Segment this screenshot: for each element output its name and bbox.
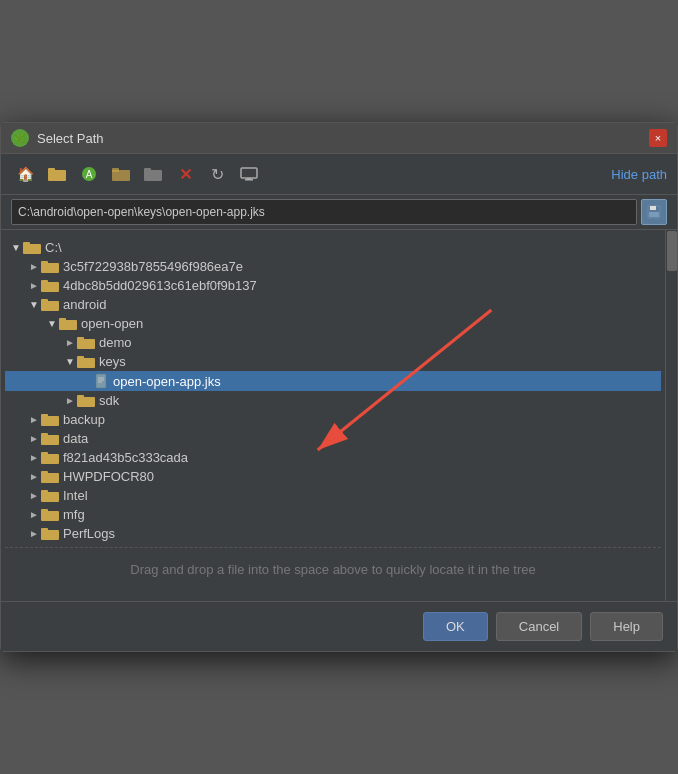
arrow-folder-data: ► <box>27 433 41 444</box>
label-folder-sdk: sdk <box>99 393 119 408</box>
bottom-bar: OK Cancel Help <box>1 601 677 651</box>
toolbar-buttons: 🏠 A <box>11 160 263 188</box>
svg-rect-8 <box>241 168 257 178</box>
tree-area[interactable]: ▼ C:\► 3c5f722938b7855496f986ea7e► 4dbc8… <box>1 230 665 601</box>
tree-item-folder-backup[interactable]: ► backup <box>5 410 661 429</box>
svg-rect-5 <box>112 168 119 172</box>
tree-item-folder-data[interactable]: ► data <box>5 429 661 448</box>
svg-rect-17 <box>41 261 48 265</box>
scrollbar-track[interactable] <box>665 230 677 601</box>
folder-icon-folder-hwpdf <box>41 470 59 484</box>
arrow-folder-demo: ► <box>63 337 77 348</box>
tree-item-root-c[interactable]: ▼ C:\ <box>5 238 661 257</box>
tree-item-folder-keys[interactable]: ▼ keys <box>5 352 661 371</box>
svg-rect-1 <box>48 168 55 172</box>
svg-rect-15 <box>23 242 30 246</box>
tree-item-folder-4dbc[interactable]: ► 4dbc8b5dd029613c61ebf0f9b137 <box>5 276 661 295</box>
tree-item-folder-open-open[interactable]: ▼ open-open <box>5 314 661 333</box>
svg-rect-43 <box>41 490 48 494</box>
tree-item-folder-sdk[interactable]: ► sdk <box>5 391 661 410</box>
new-folder-button[interactable] <box>139 160 167 188</box>
help-button[interactable]: Help <box>590 612 663 641</box>
toolbar: 🏠 A <box>1 154 677 195</box>
label-folder-intel: Intel <box>63 488 88 503</box>
label-folder-demo: demo <box>99 335 132 350</box>
arrow-folder-sdk: ► <box>63 395 77 406</box>
tree-item-file-jks[interactable]: open-open-app.jks <box>5 371 661 391</box>
arrow-folder-backup: ► <box>27 414 41 425</box>
svg-rect-19 <box>41 280 48 284</box>
label-folder-f821: f821ad43b5c333cada <box>63 450 188 465</box>
arrow-folder-android: ▼ <box>27 299 41 310</box>
file-icon-file-jks <box>95 373 109 389</box>
label-folder-data: data <box>63 431 88 446</box>
arrow-folder-hwpdf: ► <box>27 471 41 482</box>
label-folder-hwpdf: HWPDFOCR80 <box>63 469 154 484</box>
close-button[interactable]: × <box>649 129 667 147</box>
label-folder-perflogs: PerfLogs <box>63 526 115 541</box>
title-left: 🌿 Select Path <box>11 129 104 147</box>
path-input[interactable] <box>11 199 637 225</box>
arrow-folder-perflogs: ► <box>27 528 41 539</box>
tree-item-folder-perflogs[interactable]: ► PerfLogs <box>5 524 661 543</box>
folder-icon-folder-backup <box>41 413 59 427</box>
ok-button[interactable]: OK <box>423 612 488 641</box>
arrow-folder-intel: ► <box>27 490 41 501</box>
main-content: ▼ C:\► 3c5f722938b7855496f986ea7e► 4dbc8… <box>1 230 677 601</box>
svg-rect-13 <box>649 212 659 217</box>
desktop-button[interactable] <box>235 160 263 188</box>
tree-item-folder-demo[interactable]: ► demo <box>5 333 661 352</box>
svg-rect-39 <box>41 452 48 456</box>
tree-item-folder-hwpdf[interactable]: ► HWPDFOCR80 <box>5 467 661 486</box>
label-folder-backup: backup <box>63 412 105 427</box>
svg-rect-41 <box>41 471 48 475</box>
path-save-button[interactable] <box>641 199 667 225</box>
path-bar <box>1 195 677 230</box>
svg-rect-37 <box>41 433 48 437</box>
svg-rect-25 <box>77 337 84 341</box>
label-folder-mfg: mfg <box>63 507 85 522</box>
svg-rect-27 <box>77 356 84 360</box>
android-button[interactable]: A <box>75 160 103 188</box>
tree-item-folder-3c5f[interactable]: ► 3c5f722938b7855496f986ea7e <box>5 257 661 276</box>
tree-item-folder-f821[interactable]: ► f821ad43b5c333cada <box>5 448 661 467</box>
svg-rect-45 <box>41 509 48 513</box>
folder-icon-folder-demo <box>77 336 95 350</box>
arrow-folder-f821: ► <box>27 452 41 463</box>
folder-icon-folder-f821 <box>41 451 59 465</box>
open-folder-button[interactable] <box>107 160 135 188</box>
refresh-button[interactable]: ↻ <box>203 160 231 188</box>
folder-icon-folder-4dbc <box>41 279 59 293</box>
label-file-jks: open-open-app.jks <box>113 374 221 389</box>
svg-rect-21 <box>41 299 48 303</box>
cancel-button[interactable]: Cancel <box>496 612 582 641</box>
folder-icon-folder-data <box>41 432 59 446</box>
arrow-folder-keys: ▼ <box>63 356 77 367</box>
tree-item-folder-mfg[interactable]: ► mfg <box>5 505 661 524</box>
scrollbar-thumb[interactable] <box>667 231 677 271</box>
hide-path-link[interactable]: Hide path <box>611 167 667 182</box>
svg-rect-35 <box>41 414 48 418</box>
home-button[interactable]: 🏠 <box>11 160 39 188</box>
svg-rect-28 <box>96 374 106 388</box>
svg-rect-23 <box>59 318 66 322</box>
folder-icon-folder-sdk <box>77 394 95 408</box>
arrow-folder-mfg: ► <box>27 509 41 520</box>
arrow-folder-4dbc: ► <box>27 280 41 291</box>
label-folder-3c5f: 3c5f722938b7855496f986ea7e <box>63 259 243 274</box>
delete-button[interactable]: ✕ <box>171 160 199 188</box>
tree-item-folder-intel[interactable]: ► Intel <box>5 486 661 505</box>
arrow-folder-3c5f: ► <box>27 261 41 272</box>
folder-icon-folder-perflogs <box>41 527 59 541</box>
svg-rect-7 <box>144 168 151 172</box>
folder-icon-root-c <box>23 241 41 255</box>
folder-icon-folder-mfg <box>41 508 59 522</box>
folder-icon-folder-open-open <box>59 317 77 331</box>
label-folder-4dbc: 4dbc8b5dd029613c61ebf0f9b137 <box>63 278 257 293</box>
label-root-c: C:\ <box>45 240 62 255</box>
tree-item-folder-android[interactable]: ▼ android <box>5 295 661 314</box>
dialog-icon: 🌿 <box>11 129 29 147</box>
label-folder-open-open: open-open <box>81 316 143 331</box>
folder-button[interactable] <box>43 160 71 188</box>
folder-icon-folder-keys <box>77 355 95 369</box>
